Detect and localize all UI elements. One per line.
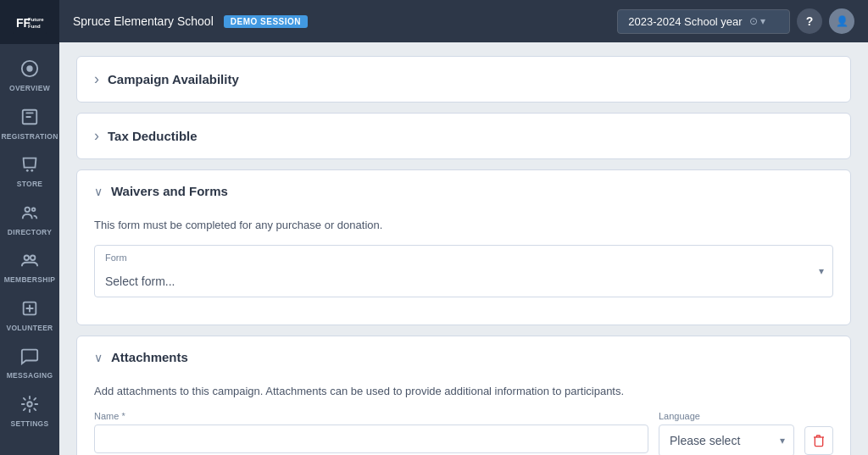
main-wrapper: Spruce Elementary School Demo Session 20… (59, 0, 868, 455)
form-select-wrapper: Form Select form... ▾ (94, 245, 833, 297)
attachment-language-label: Language (659, 411, 794, 421)
sidebar-item-store-label: Store (17, 180, 43, 188)
sidebar-nav: Overview Registration Store Directory Me (0, 44, 59, 434)
year-selector[interactable]: 2023-2024 School year ⊙ ▾ (617, 9, 790, 34)
language-select-wrapper: Please select ▾ (659, 424, 794, 455)
campaign-availability-section: › Campaign Availability (76, 56, 851, 103)
svg-point-9 (25, 207, 31, 212)
attachments-description: Add attachments to this campaign. Attach… (94, 385, 833, 397)
header: Spruce Elementary School Demo Session 20… (59, 0, 868, 42)
directory-icon (20, 203, 39, 225)
year-label: 2023-2024 School year (628, 15, 742, 28)
attachment-language-group: Language Please select ▾ (659, 411, 794, 455)
main-content: › Campaign Availability › Tax Deductible… (59, 42, 868, 455)
year-selector-icon: ⊙ ▾ (749, 15, 765, 27)
sidebar: FF Future Fund Overview Registration Sto… (0, 0, 59, 455)
waivers-forms-title: Waivers and Forms (111, 184, 228, 198)
help-button[interactable]: ? (797, 8, 822, 34)
attachments-row: Name * Language Please select ▾ (94, 411, 833, 455)
attachments-title: Attachments (111, 350, 188, 364)
attachment-name-label: Name * (94, 411, 648, 421)
attachment-delete-button[interactable] (804, 426, 833, 455)
registration-icon (20, 108, 39, 130)
sidebar-item-messaging[interactable]: Messaging (0, 338, 59, 386)
svg-point-12 (31, 256, 35, 261)
sidebar-item-directory[interactable]: Directory (0, 195, 59, 243)
membership-icon (20, 251, 39, 273)
volunteer-icon (20, 299, 39, 321)
attachment-name-input[interactable] (94, 424, 648, 453)
svg-point-14 (27, 402, 32, 407)
svg-text:Fund: Fund (28, 24, 41, 29)
language-select[interactable]: Please select (659, 425, 793, 455)
campaign-availability-chevron: › (94, 70, 99, 88)
sidebar-item-overview-label: Overview (9, 85, 50, 92)
svg-point-5 (26, 65, 32, 71)
attachment-name-group: Name * (94, 411, 648, 453)
sidebar-item-volunteer[interactable]: Volunteer (0, 291, 59, 339)
waivers-forms-description: This form must be completed for any purc… (94, 219, 833, 231)
attachments-section: ∨ Attachments Add attachments to this ca… (76, 336, 851, 455)
sidebar-item-volunteer-label: Volunteer (6, 325, 53, 332)
sidebar-item-overview[interactable]: Overview (0, 51, 59, 99)
app-logo: FF Future Fund (13, 10, 47, 34)
sidebar-item-membership-label: Membership (4, 276, 56, 284)
logo-area: FF Future Fund (0, 0, 59, 44)
waivers-forms-section: ∨ Waivers and Forms This form must be co… (76, 169, 851, 325)
waivers-forms-header[interactable]: ∨ Waivers and Forms (77, 170, 850, 212)
campaign-availability-title: Campaign Availability (108, 72, 239, 86)
header-right: 2023-2024 School year ⊙ ▾ ? 👤 (617, 8, 854, 34)
sidebar-item-settings-label: Settings (11, 420, 49, 428)
user-avatar[interactable]: 👤 (829, 8, 854, 34)
demo-badge: Demo Session (224, 15, 308, 28)
sidebar-item-registration-label: Registration (1, 133, 58, 141)
store-icon (20, 155, 39, 177)
svg-point-10 (32, 208, 36, 211)
form-select[interactable]: Select form... (95, 266, 832, 297)
svg-point-11 (25, 256, 29, 261)
sidebar-item-membership[interactable]: Membership (0, 242, 59, 291)
tax-deductible-header[interactable]: › Tax Deductible (77, 114, 850, 158)
svg-text:Future: Future (28, 17, 44, 22)
form-select-label: Form (95, 246, 832, 263)
tax-deductible-section: › Tax Deductible (76, 113, 851, 159)
sidebar-item-registration[interactable]: Registration (0, 99, 59, 147)
tax-deductible-chevron: › (94, 127, 99, 145)
tax-deductible-title: Tax Deductible (108, 129, 198, 143)
attachments-body: Add attachments to this campaign. Attach… (77, 378, 850, 455)
form-select-group: Form Select form... ▾ (94, 245, 833, 297)
attachments-chevron: ∨ (94, 351, 103, 364)
sidebar-item-store[interactable]: Store (0, 147, 59, 195)
svg-point-8 (31, 169, 33, 172)
attachments-header[interactable]: ∨ Attachments (77, 336, 850, 378)
waivers-forms-chevron: ∨ (94, 185, 103, 198)
sidebar-item-messaging-label: Messaging (7, 372, 53, 380)
overview-icon (20, 59, 39, 81)
messaging-icon (20, 347, 39, 369)
settings-icon (20, 395, 39, 417)
school-name: Spruce Elementary School (73, 14, 214, 28)
sidebar-item-settings[interactable]: Settings (0, 386, 59, 435)
campaign-availability-header[interactable]: › Campaign Availability (77, 57, 850, 102)
svg-point-7 (26, 169, 29, 172)
sidebar-item-directory-label: Directory (8, 229, 52, 236)
trash-icon (812, 434, 826, 447)
waivers-forms-body: This form must be completed for any purc… (77, 212, 850, 325)
